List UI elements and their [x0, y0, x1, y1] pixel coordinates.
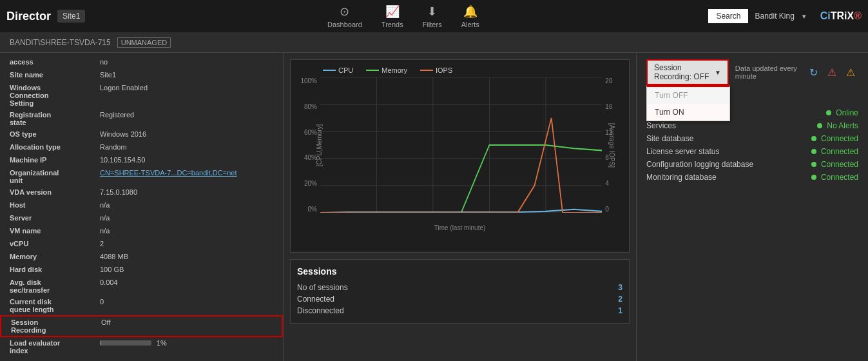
status-license-label: License server status [646, 147, 719, 156]
info-row-diskqueue: Current diskqueue length 0 [0, 296, 283, 315]
cpu-legend-line [323, 70, 336, 71]
status-license-value: Connected [811, 147, 858, 156]
session-label-disconnected: Disconnected [297, 306, 344, 315]
license-value: Connected [821, 147, 858, 156]
y-right-0: 0 [605, 206, 619, 213]
memory-line [320, 145, 602, 213]
search-button[interactable]: Search [708, 9, 748, 23]
nav-dashboard-label: Dashboard [327, 21, 362, 28]
status-monitordb-value: Connected [811, 173, 858, 182]
value-memory: 4088 MB [100, 253, 273, 262]
label-ostype: OS type [10, 130, 100, 139]
breadcrumb-bar: BANDIT\SHREE-TSVDA-715 UNMANAGED [0, 32, 868, 53]
value-winconn: Logon Enabled [100, 84, 273, 107]
label-diskqueue: Current diskqueue length [10, 298, 100, 313]
y-right-axis-label: [Average IOPS] [608, 123, 615, 168]
memory-legend-line [366, 70, 379, 71]
breadcrumb-machine: BANDIT\SHREE-TSVDA-715 [10, 38, 111, 47]
label-alloctype: Allocation type [10, 143, 100, 152]
info-row-machineip: Machine IP 10.105.154.50 [0, 154, 283, 167]
trends-icon: 📈 [385, 5, 400, 19]
site-label[interactable]: Site1 [57, 10, 85, 23]
alert-yellow-icon: ⚠ [846, 66, 855, 79]
value-diskqueue: 0 [100, 298, 273, 313]
session-recording-dropdown[interactable]: Session Recording: OFF ▼ [646, 59, 729, 85]
info-row-winconn: WindowsConnectionSetting Logon Enabled [0, 82, 283, 109]
label-memory: Memory [10, 253, 100, 262]
alert-red-button[interactable]: ⚠ [824, 64, 840, 80]
value-harddisk: 100 GB [100, 266, 273, 275]
sessions-title: Sessions [297, 266, 622, 277]
label-avgdisk: Avg. disksec/transfer [10, 278, 100, 294]
dropdown-arrow: ▼ [715, 69, 721, 76]
y-left-axis-label: [CPU,Memory] [316, 124, 323, 167]
session-label-total: No of sessions [297, 283, 348, 292]
value-sessionrec: Off [101, 318, 272, 334]
session-value-connected: 2 [618, 295, 622, 304]
unmanaged-badge: UNMANAGED [117, 37, 171, 48]
menu-turn-off[interactable]: Turn OFF [647, 87, 729, 104]
cpu-legend-label: CPU [338, 66, 353, 74]
dashboard-icon: ⊙ [340, 5, 349, 19]
value-regstate: Registered [100, 111, 273, 126]
nav-trends[interactable]: 📈 Trends [381, 5, 403, 28]
info-row-sitename: Site name Site1 [0, 69, 283, 82]
memory-legend-label: Memory [381, 66, 407, 74]
session-recording-menu: Turn OFF Turn ON [646, 85, 730, 121]
chart-x-label: Time (last minute) [297, 224, 622, 231]
label-sitename: Site name [10, 71, 100, 80]
value-orgunit[interactable]: CN=SHREE-TSVDA-7...DC=bandit,DC=net [100, 169, 273, 184]
info-row-alloctype: Allocation type Random [0, 141, 283, 154]
user-dropdown-icon[interactable]: ▼ [801, 13, 807, 20]
y-left-20: 20% [300, 180, 317, 187]
main-content: access no Site name Site1 WindowsConnect… [0, 53, 868, 361]
alert-yellow-button[interactable]: ⚠ [843, 64, 858, 80]
configdb-dot [811, 162, 816, 167]
legend-memory: Memory [366, 66, 407, 74]
sitedb-value: Connected [821, 134, 858, 143]
top-nav: Director Site1 ⊙ Dashboard 📈 Trends ⬇ Fi… [0, 0, 868, 32]
app-title: Director [6, 10, 51, 23]
refresh-icons: ↻ ⚠ ⚠ [805, 64, 858, 80]
label-machineip: Machine IP [10, 156, 100, 165]
chart-svg [320, 77, 602, 213]
chart-container: CPU Memory IOPS 100% 80% 60% 40% [290, 59, 630, 253]
session-recording-wrapper: Session Recording: OFF ▼ Turn OFF Turn O… [646, 59, 729, 85]
nav-alerts[interactable]: 🔔 Alerts [461, 5, 479, 28]
y-left-60: 60% [300, 129, 317, 136]
status-row-configdb: Configuration logging database Connected [646, 158, 858, 171]
user-name[interactable]: Bandit King [755, 12, 794, 21]
y-left-0: 0% [300, 206, 317, 213]
session-recording-label: Session Recording: OFF [654, 63, 711, 81]
alerts-icon: 🔔 [463, 5, 477, 19]
label-regstate: Registrationstate [10, 111, 100, 126]
license-dot [811, 149, 816, 154]
value-alloctype: Random [100, 143, 273, 152]
nav-dashboard[interactable]: ⊙ Dashboard [327, 5, 362, 28]
progress-bar-container: 1% [100, 339, 273, 347]
status-services-value: No Alerts [817, 121, 858, 130]
sessions-panel: Sessions No of sessions 3 Connected 2 Di… [290, 259, 630, 324]
label-vcpu: vCPU [10, 240, 100, 249]
session-recording-bar: Session Recording: OFF ▼ Turn OFF Turn O… [646, 59, 858, 85]
value-vcpu: 2 [100, 240, 273, 249]
info-row-ostype: OS type Windows 2016 [0, 128, 283, 141]
info-row-orgunit: Organizationalunit CN=SHREE-TSVDA-7...DC… [0, 167, 283, 186]
label-sessionrec: SessionRecording [11, 318, 101, 334]
value-vmname: n/a [100, 227, 273, 236]
label-orgunit: Organizationalunit [10, 169, 100, 184]
value-access: no [100, 58, 273, 67]
status-main-value: Online [826, 108, 858, 117]
menu-turn-on[interactable]: Turn ON [647, 104, 729, 121]
label-harddisk: Hard disk [10, 266, 100, 275]
refresh-button[interactable]: ↻ [805, 64, 821, 80]
info-row-harddisk: Hard disk 100 GB [0, 264, 283, 277]
nav-filters[interactable]: ⬇ Filters [423, 5, 442, 28]
progress-value: 1% [157, 339, 167, 347]
session-row-connected: Connected 2 [297, 293, 622, 305]
nav-center: ⊙ Dashboard 📈 Trends ⬇ Filters 🔔 Alerts [98, 5, 708, 28]
middle-panel: CPU Memory IOPS 100% 80% 60% 40% [284, 53, 636, 361]
status-online-value: Online [836, 108, 858, 117]
status-row-services: Services No Alerts [646, 119, 858, 132]
filters-icon: ⬇ [427, 5, 437, 19]
